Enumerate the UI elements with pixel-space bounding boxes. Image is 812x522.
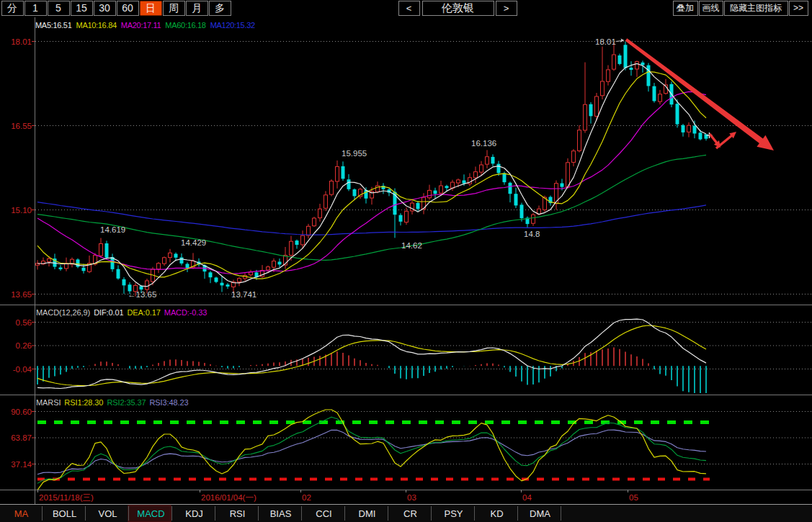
svg-text:13.65: 13.65: [11, 290, 32, 299]
svg-text:叠加: 叠加: [677, 3, 694, 13]
svg-text:18.01: 18.01: [595, 37, 616, 46]
svg-text:90.60: 90.60: [11, 408, 32, 416]
svg-text:画线: 画线: [702, 3, 720, 13]
svg-text:BIAS: BIAS: [270, 508, 292, 519]
svg-text:DMA: DMA: [530, 508, 550, 519]
svg-text:多: 多: [215, 2, 225, 14]
svg-text:1: 1: [32, 2, 38, 14]
svg-text:0.56: 0.56: [16, 318, 32, 327]
svg-text:37.14: 37.14: [11, 460, 32, 469]
svg-text:14.62: 14.62: [401, 241, 422, 250]
svg-text:14.619: 14.619: [100, 225, 125, 234]
svg-text:>>: >>: [793, 3, 803, 13]
svg-text:-0.04: -0.04: [13, 365, 32, 374]
svg-text:CR: CR: [403, 508, 417, 519]
svg-text:0.26: 0.26: [16, 341, 32, 350]
svg-text:60: 60: [122, 2, 133, 14]
svg-text:14.429: 14.429: [181, 238, 206, 247]
svg-text:63.87: 63.87: [11, 433, 32, 442]
svg-text:14.8: 14.8: [524, 230, 540, 238]
svg-text:<: <: [406, 3, 412, 14]
svg-text:MACD(12,26,9)DIF:0.01DEA:0.17M: MACD(12,26,9)DIF:0.01DEA:0.17MACD:-0.33: [36, 308, 207, 317]
svg-text:>: >: [504, 3, 509, 14]
svg-text:RSI: RSI: [230, 508, 246, 519]
svg-text:03: 03: [407, 493, 416, 502]
svg-text:MARSIRSI1:28.30RSI2:35.37RSI3:: MARSIRSI1:28.30RSI2:35.37RSI3:48.23: [36, 398, 188, 407]
svg-text:5: 5: [55, 2, 61, 14]
svg-text:2015/11/18(三): 2015/11/18(三): [39, 493, 94, 502]
svg-text:CCI: CCI: [316, 508, 331, 519]
svg-text:MA5:16.51MA10:16.84MA20:17.11M: MA5:16.51MA10:16.84MA20:17.11MA60:16.18M…: [35, 21, 255, 30]
svg-text:BOLL: BOLL: [53, 508, 76, 519]
svg-text:←13.65: ←13.65: [128, 290, 156, 299]
svg-text:13.741: 13.741: [231, 290, 256, 299]
svg-text:隐藏主图指标: 隐藏主图指标: [730, 3, 782, 13]
svg-text:周: 周: [169, 2, 179, 14]
svg-text:18.01: 18.01: [11, 37, 32, 46]
svg-text:KDJ: KDJ: [185, 508, 203, 519]
svg-text:日: 日: [146, 2, 156, 14]
svg-text:15.955: 15.955: [342, 149, 367, 158]
svg-text:02: 02: [302, 493, 311, 502]
svg-text:16.55: 16.55: [11, 122, 32, 130]
svg-text:2016/01/04(一): 2016/01/04(一): [201, 493, 256, 502]
svg-text:月: 月: [192, 2, 202, 14]
svg-text:DMI: DMI: [359, 508, 376, 519]
svg-text:PSY: PSY: [444, 508, 463, 519]
svg-text:05: 05: [629, 493, 638, 502]
svg-text:伦敦银: 伦敦银: [441, 1, 474, 14]
svg-text:分: 分: [7, 2, 17, 14]
svg-text:MA: MA: [14, 508, 29, 519]
svg-text:30: 30: [99, 2, 110, 14]
svg-text:04: 04: [522, 493, 532, 502]
svg-text:16.136: 16.136: [471, 139, 496, 148]
svg-text:KD: KD: [490, 508, 503, 519]
svg-text:MACD: MACD: [137, 508, 164, 519]
svg-text:15.10: 15.10: [11, 206, 32, 215]
svg-text:VOL: VOL: [98, 508, 117, 519]
svg-text:15: 15: [76, 2, 87, 14]
